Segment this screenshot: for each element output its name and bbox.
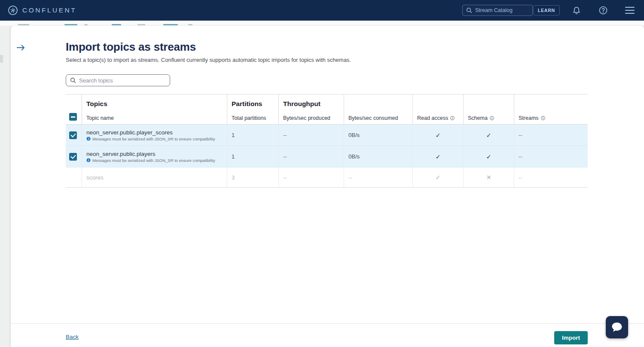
schema-cell: ✕ <box>463 167 514 187</box>
speech-bubble-icon <box>610 321 623 333</box>
stream-catalog-search[interactable] <box>462 5 533 16</box>
topic-name: neon_server.public.player_scores <box>86 129 173 136</box>
occluded-sidebar-edge <box>0 55 3 63</box>
schema-cell: ✓ <box>463 146 514 167</box>
footer-divider <box>11 323 644 324</box>
row-checkbox[interactable] <box>69 131 77 139</box>
chat-widget-button[interactable] <box>606 316 628 338</box>
import-button[interactable]: Import <box>554 331 588 344</box>
group-header-throughput: Throughput <box>279 94 344 111</box>
check-icon: ✓ <box>436 174 441 181</box>
row-checkbox[interactable] <box>69 153 77 161</box>
import-topics-panel: Import topics as streams Select a topic(… <box>11 26 644 347</box>
consumed-cell: 0B/s <box>344 146 412 167</box>
search-icon <box>70 77 76 83</box>
page-subtitle: Select a topic(s) to import as streams. … <box>66 57 351 63</box>
breadcrumb-clipped-text <box>137 24 145 25</box>
select-all-checkbox[interactable] <box>69 113 77 121</box>
table-row: scores 3 -- -- ✓ ✕ -- <box>66 167 588 188</box>
partitions-cell: 1 <box>227 146 278 167</box>
produced-cell: -- <box>278 146 344 167</box>
topic-cell: neon_server.public.player_scores Message… <box>82 125 227 146</box>
breadcrumb <box>0 21 644 26</box>
header-checkbox-cell <box>66 94 82 124</box>
page: CONFLUENT LEARN <box>0 0 644 347</box>
topic-cell: neon_server.public.players Messages must… <box>82 146 227 167</box>
consumed-cell: -- <box>344 167 412 187</box>
topic-note-text: Messages must be serialized with JSON_SR… <box>92 137 215 141</box>
streams-cell: -- <box>514 125 588 146</box>
check-icon: ✓ <box>436 132 441 139</box>
produced-cell: -- <box>278 167 344 187</box>
brand-name: CONFLUENT <box>22 6 76 14</box>
breadcrumb-clipped-text <box>84 24 88 25</box>
col-header-bytes-consumed: Bytes/sec consumed <box>344 111 412 124</box>
read-access-cell: ✓ <box>412 167 463 187</box>
learn-button[interactable]: LEARN <box>533 5 560 15</box>
confluent-logo[interactable]: CONFLUENT <box>8 5 76 15</box>
topic-note-text: Messages must be serialized with JSON_SR… <box>92 158 215 163</box>
info-icon[interactable] <box>541 116 545 120</box>
search-icon <box>466 7 472 13</box>
header-col-streams: Streams <box>514 94 588 124</box>
group-header-partitions: Partitions <box>227 94 278 111</box>
table-row[interactable]: neon_server.public.players Messages must… <box>66 146 588 167</box>
read-access-cell: ✓ <box>412 125 463 146</box>
breadcrumb-clipped-text <box>163 24 178 25</box>
header-col-consumed: Bytes/sec consumed <box>344 94 412 124</box>
header-col-topics: Topics Topic name <box>82 94 227 124</box>
x-icon: ✕ <box>486 174 491 181</box>
row-checkbox-cell <box>66 167 82 187</box>
streams-cell: -- <box>514 146 588 167</box>
partitions-cell: 1 <box>227 125 278 146</box>
produced-cell: -- <box>278 125 344 146</box>
info-icon <box>86 158 91 162</box>
breadcrumb-clipped-text <box>64 24 77 25</box>
menu-hamburger-icon[interactable] <box>625 6 635 15</box>
read-access-cell: ✓ <box>412 146 463 167</box>
help-icon[interactable] <box>598 6 608 15</box>
search-topics-box[interactable] <box>66 74 170 86</box>
stream-catalog-input[interactable] <box>475 7 527 13</box>
row-checkbox-cell <box>66 125 82 146</box>
header-col-schema: Schema <box>463 94 514 124</box>
col-header-topic-name: Topic name <box>82 111 227 124</box>
page-title: Import topics as streams <box>66 40 196 54</box>
group-header-topics: Topics <box>82 94 227 111</box>
info-icon[interactable] <box>450 116 455 120</box>
collapse-panel-arrow-icon[interactable] <box>15 42 26 53</box>
check-icon: ✓ <box>486 153 491 160</box>
table-header: Topics Topic name Partitions Total parti… <box>66 94 588 125</box>
col-header-read-access: Read access <box>417 115 448 121</box>
header-col-read-access: Read access <box>412 94 463 124</box>
streams-cell: -- <box>514 167 588 187</box>
table-row[interactable]: neon_server.public.player_scores Message… <box>66 125 588 146</box>
col-header-total-partitions: Total partitions <box>227 111 278 124</box>
breadcrumb-clipped-text <box>18 24 29 25</box>
topic-cell: scores <box>82 167 227 187</box>
topic-name: neon_server.public.players <box>86 151 156 157</box>
notifications-bell-icon[interactable] <box>572 6 581 15</box>
topic-note: Messages must be serialized with JSON_SR… <box>86 137 215 141</box>
check-icon: ✓ <box>436 153 441 160</box>
info-icon[interactable] <box>490 116 494 120</box>
consumed-cell: 0B/s <box>344 125 412 146</box>
topics-table: Topics Topic name Partitions Total parti… <box>66 94 588 188</box>
col-header-bytes-produced: Bytes/sec produced <box>279 111 344 124</box>
top-navbar: CONFLUENT LEARN <box>0 0 644 21</box>
topic-note: Messages must be serialized with JSON_SR… <box>86 158 215 163</box>
col-header-streams: Streams <box>519 115 539 121</box>
search-topics-input[interactable] <box>79 77 161 84</box>
row-checkbox-cell <box>66 146 82 167</box>
breadcrumb-clipped-text <box>188 24 192 25</box>
confluent-mark-icon <box>8 5 18 15</box>
check-icon: ✓ <box>486 132 491 139</box>
schema-cell: ✓ <box>463 125 514 146</box>
topic-name: scores <box>86 174 104 181</box>
header-col-partitions: Partitions Total partitions <box>227 94 278 124</box>
back-link[interactable]: Back <box>66 334 79 340</box>
info-icon <box>86 137 91 141</box>
header-col-produced: Throughput Bytes/sec produced <box>278 94 344 124</box>
partitions-cell: 3 <box>227 167 278 187</box>
breadcrumb-clipped-text <box>112 24 121 25</box>
